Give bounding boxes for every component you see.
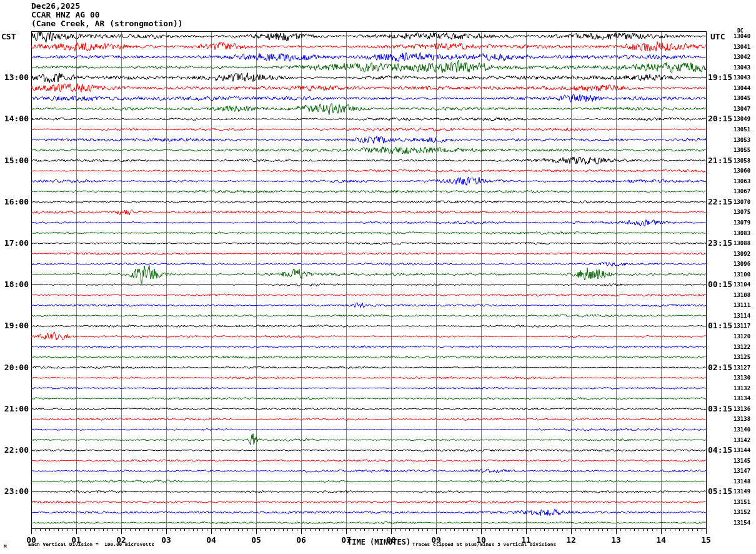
- dc-value: 13127: [734, 365, 750, 371]
- utc-hour-label: 03:15: [708, 404, 732, 413]
- cst-hour-label: 17:00: [0, 238, 29, 248]
- minute-tick-label: 05: [251, 535, 261, 545]
- utc-hour-label: 21:15: [708, 156, 732, 165]
- cst-hour-label: 18:00: [0, 280, 29, 289]
- dc-value: 13134: [734, 395, 750, 401]
- cst-hour-label: 15:00: [0, 156, 29, 165]
- utc-hour-label: 22:15: [708, 197, 732, 206]
- right-timezone-header: UTC: [710, 32, 725, 41]
- dc-value: 13063: [734, 178, 750, 184]
- minute-tick-label: 13: [611, 535, 621, 545]
- dc-value: 13114: [734, 313, 750, 319]
- cst-hour-label: 16:00: [0, 197, 29, 206]
- left-timezone-header: CST: [1, 32, 16, 41]
- utc-hour-label: 04:15: [708, 445, 732, 455]
- dc-value: 13100: [734, 271, 750, 278]
- dc-value: 13051: [734, 126, 750, 133]
- cst-hour-label: 14:00: [0, 114, 29, 123]
- dc-value: 13104: [734, 281, 750, 288]
- dc-value: 13044: [734, 85, 750, 91]
- minute-tick-label: 15: [701, 535, 711, 545]
- minute-tick-label: 06: [296, 535, 306, 545]
- dc-value: 13079: [734, 219, 750, 226]
- vertical-division-note: Each Vertical Division = 100.00 microvol…: [28, 541, 154, 547]
- utc-hour-label: 02:15: [708, 363, 732, 372]
- dc-value: 13138: [734, 416, 750, 422]
- station-location: (Cane Creek, AR (strongmotion)): [31, 19, 183, 28]
- dc-value: 13145: [734, 458, 750, 464]
- dc-value: 13060: [734, 168, 750, 174]
- dc-value: 13047: [734, 106, 750, 112]
- minute-tick-label: 04: [206, 535, 216, 545]
- dc-value: 13043: [734, 64, 750, 71]
- dc-value: 13122: [734, 344, 750, 350]
- dc-value: 13067: [734, 188, 750, 194]
- station-id: CCAR HNZ AG 00: [31, 11, 100, 19]
- dc-value: 13117: [734, 323, 750, 329]
- dc-value: 13132: [734, 385, 750, 391]
- cst-hour-label: 21:00: [0, 404, 29, 413]
- seismogram-plot-canvas: [0, 0, 756, 554]
- dc-value: 13045: [734, 95, 750, 101]
- dc-value: 13083: [734, 230, 750, 236]
- corner-mark: M: [4, 543, 7, 549]
- dc-value: 13058: [734, 158, 750, 164]
- dc-value: 13049: [734, 116, 750, 122]
- dc-value: 13125: [734, 354, 750, 360]
- cst-hour-label: 20:00: [0, 363, 29, 372]
- dc-value: 13144: [734, 447, 750, 453]
- utc-hour-label: 05:15: [708, 486, 732, 496]
- x-axis-label: TIME (MINUTES): [347, 538, 410, 546]
- dc-value: 13096: [734, 261, 750, 267]
- utc-hour-label: 01:15: [708, 321, 732, 330]
- plot-date: Dec26,2025: [31, 2, 80, 11]
- dc-value: 13070: [734, 199, 750, 205]
- dc-value: 13130: [734, 375, 750, 381]
- minute-tick-label: 14: [656, 535, 666, 545]
- dc-value: 13147: [734, 468, 750, 474]
- dc-value: 13140: [734, 426, 750, 433]
- utc-hour-label: 23:15: [708, 238, 732, 248]
- utc-hour-label: 20:15: [708, 114, 732, 123]
- dc-value: 13041: [734, 44, 750, 50]
- dc-value: 13151: [734, 499, 750, 505]
- dc-value: 13154: [734, 520, 750, 526]
- dc-value: 13055: [734, 147, 750, 153]
- dc-value: 13040: [734, 33, 750, 39]
- cst-hour-label: 19:00: [0, 321, 29, 330]
- dc-value: 13088: [734, 240, 750, 246]
- utc-hour-label: 19:15: [708, 73, 732, 82]
- minute-tick-label: 12: [566, 535, 576, 545]
- dc-value: 13043: [734, 74, 750, 81]
- minute-tick-label: 03: [161, 535, 171, 545]
- dc-value: 13152: [734, 509, 750, 515]
- dc-value: 13042: [734, 54, 750, 60]
- dc-value: 13142: [734, 437, 750, 443]
- dc-value: 13120: [734, 333, 750, 340]
- dc-value: 13111: [734, 302, 750, 308]
- dc-value: 13149: [734, 488, 750, 495]
- dc-value: 13075: [734, 209, 750, 215]
- dc-value: 13108: [734, 292, 750, 298]
- dc-value: 13053: [734, 137, 750, 143]
- dc-value: 13092: [734, 251, 750, 257]
- clipping-note: Traces clipped at plus/minus 5 vertical …: [412, 541, 556, 547]
- cst-hour-label: 13:00: [0, 73, 29, 82]
- cst-hour-label: 23:00: [0, 486, 29, 496]
- dc-value: 13136: [734, 406, 750, 412]
- utc-hour-label: 00:15: [708, 280, 732, 289]
- helicorder-page: Dec26,2025 CCAR HNZ AG 00 (Cane Creek, A…: [0, 0, 756, 554]
- cst-hour-label: 22:00: [0, 445, 29, 455]
- dc-value: 13148: [734, 478, 750, 485]
